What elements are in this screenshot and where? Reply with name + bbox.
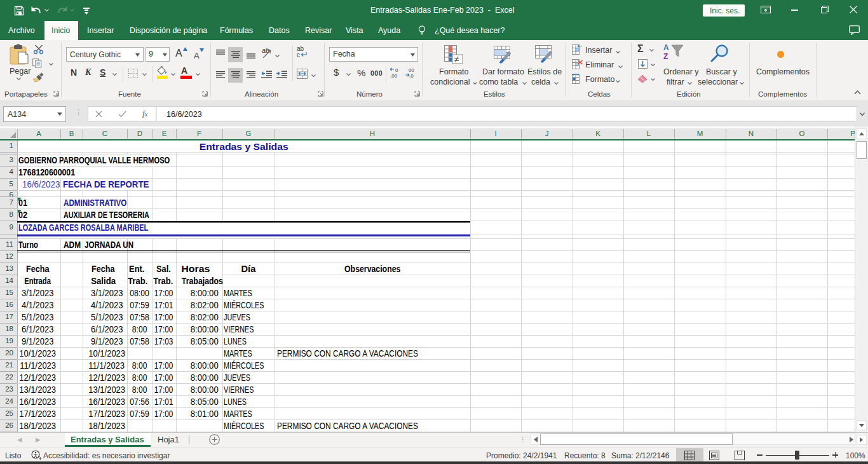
svg-text:00: 00 [409, 67, 414, 73]
svg-text:,0: ,0 [409, 73, 414, 79]
svg-text:,00: ,00 [390, 73, 398, 79]
svg-text:≠: ≠ [454, 54, 459, 64]
svg-text:0: 0 [395, 67, 398, 73]
